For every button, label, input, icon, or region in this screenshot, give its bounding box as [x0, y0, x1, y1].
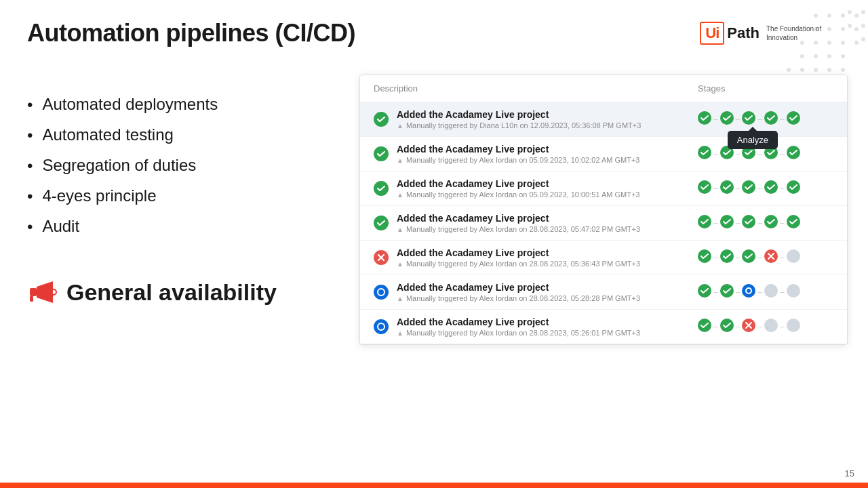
pipeline-row[interactable]: Added the Acadamey Live project ▲ Manual… [360, 171, 847, 206]
stage-dash: – [736, 184, 741, 193]
stage-dash: – [780, 287, 785, 297]
stage-icon-2 [742, 180, 755, 197]
stage-dash: – [757, 218, 762, 228]
row-title: Added the Acadamey Live project [397, 282, 698, 293]
stage-dash: – [757, 184, 762, 193]
stage-icon-1 [720, 215, 734, 231]
person-icon: ▲ [397, 329, 403, 337]
logo-tagline: The Foundation of Innovation [766, 24, 841, 42]
stage-dash: – [757, 253, 762, 262]
stage-icon-1 [720, 284, 734, 300]
row-status-icon [374, 285, 389, 300]
stage-icon-4 [787, 180, 800, 197]
tooltip: Analyze [728, 131, 778, 149]
stage-dash: – [736, 149, 741, 159]
row-subtitle: ▲ Manually triggered by Alex Iordan on 2… [397, 329, 698, 337]
slide-title: Automation pipelines (CI/CD) [27, 19, 355, 47]
stage-icon-4 [787, 284, 800, 300]
row-info: Added the Acadamey Live project ▲ Manual… [397, 247, 698, 268]
stage-icon-0 [698, 111, 711, 127]
row-subtitle: ▲ Manually triggered by Alex Iordan on 2… [397, 294, 698, 302]
table-header: Description Stages [360, 75, 847, 102]
stage-dash: – [757, 115, 762, 124]
row-subtitle: ▲ Manually triggered by Diana L10n on 12… [397, 121, 698, 129]
ga-text: General availability [66, 279, 277, 306]
stage-icon-0 [698, 146, 711, 162]
stage-dash: – [757, 149, 762, 159]
row-subtitle: ▲ Manually triggered by Alex Iordan on 2… [397, 260, 698, 268]
stage-dash: – [736, 322, 741, 331]
stage-icon-3 [764, 284, 778, 300]
uipath-logo: UiPath [700, 22, 760, 45]
row-info: Added the Acadamey Live project ▲ Manual… [397, 317, 698, 337]
svg-rect-2 [30, 296, 33, 302]
stage-dash: – [757, 287, 762, 297]
row-status-icon [374, 112, 389, 127]
stages-area: – – – – [698, 215, 833, 231]
pipeline-row[interactable]: Added the Acadamey Live project ▲ Manual… [360, 241, 847, 275]
row-subtitle: ▲ Manually triggered by Alex Iordan on 2… [397, 225, 698, 233]
stage-icon-3 [764, 249, 778, 266]
person-icon: ▲ [397, 295, 403, 302]
stage-dash: – [757, 322, 762, 331]
stage-icon-2 [742, 111, 755, 127]
row-status-icon [374, 216, 389, 230]
stage-icon-3 [764, 215, 778, 231]
left-content: Automated deployments Automated testing … [27, 95, 312, 307]
stage-dash: – [736, 287, 741, 297]
stage-icon-4 [787, 111, 800, 127]
stage-icon-0 [698, 284, 711, 300]
stage-icon-2 [742, 215, 755, 231]
stage-dash: – [780, 253, 785, 262]
stages-area: – – – – [698, 249, 833, 266]
page-number: 15 [845, 468, 854, 479]
stage-icon-3 [764, 180, 778, 197]
pipeline-row[interactable]: Added the Acadamey Live project ▲ Manual… [360, 275, 847, 310]
stages-area: – – – – [698, 319, 833, 335]
stage-dash: – [780, 115, 785, 124]
stage-icon-3 [764, 319, 778, 335]
stage-dash: – [713, 322, 718, 331]
svg-point-54 [787, 319, 800, 332]
stage-icon-4 [787, 249, 800, 266]
person-icon: ▲ [397, 226, 403, 233]
pipeline-row[interactable]: Added the Acadamey Live project ▲ Manual… [360, 206, 847, 241]
person-icon: ▲ [397, 260, 403, 268]
stages-area: – – – – [698, 284, 833, 300]
bullet-item-3: Segregation of duties [27, 156, 312, 176]
general-availability-section: General availability [27, 277, 312, 307]
stages-area: – – – – [698, 180, 833, 197]
col-stages-header: Stages [698, 83, 833, 94]
stage-dash: – [780, 184, 785, 193]
pipeline-row[interactable]: Added the Acadamey Live project ▲ Manual… [360, 102, 847, 137]
bullet-list: Automated deployments Automated testing … [27, 95, 312, 237]
stage-dash: – [713, 287, 718, 297]
svg-point-45 [787, 284, 800, 298]
person-icon: ▲ [397, 122, 403, 129]
row-status-icon [374, 250, 389, 265]
row-title: Added the Acadamey Live project [397, 178, 698, 189]
col-description-header: Description [374, 83, 698, 94]
stage-icon-0 [698, 319, 711, 335]
stage-dash: – [780, 149, 785, 159]
person-icon: ▲ [397, 157, 403, 164]
stage-dash: – [736, 253, 741, 262]
row-title: Added the Acadamey Live project [397, 317, 698, 327]
stage-icon-3 [764, 111, 778, 127]
stage-dash: – [780, 322, 785, 331]
stage-dash: – [736, 218, 741, 228]
bullet-item-5: Audit [27, 217, 312, 237]
row-subtitle: ▲ Manually triggered by Alex Iordan on 0… [397, 156, 698, 164]
row-status-icon [374, 181, 389, 196]
logo-area: UiPath The Foundation of Innovation [700, 22, 841, 45]
row-title: Added the Acadamey Live project [397, 213, 698, 224]
svg-point-42 [742, 284, 755, 298]
svg-point-37 [787, 249, 800, 263]
pipeline-panel: Description Stages Added the Acadamey Li… [359, 75, 848, 345]
pipeline-row[interactable]: Added the Acadamey Live project ▲ Manual… [360, 310, 847, 344]
person-icon: ▲ [397, 191, 403, 199]
row-info: Added the Acadamey Live project ▲ Manual… [397, 144, 698, 164]
stage-icon-2 [742, 319, 755, 335]
bullet-item-2: Automated testing [27, 125, 312, 145]
logo-path: Path [727, 24, 760, 42]
